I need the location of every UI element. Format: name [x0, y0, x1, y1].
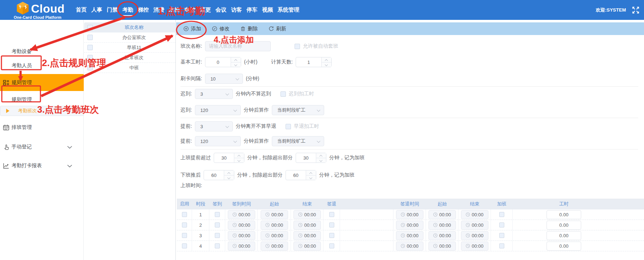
- nav-item-3[interactable]: 门禁: [107, 6, 118, 13]
- stepper-buttons[interactable]: [316, 153, 326, 162]
- late2-result-select[interactable]: 当前时段旷工: [272, 105, 324, 115]
- early2-select[interactable]: 120: [195, 136, 241, 146]
- checkout-checkbox[interactable]: [329, 222, 334, 228]
- time-input[interactable]: 00:00: [293, 210, 321, 219]
- shift-list-row[interactable]: 中班: [84, 63, 175, 73]
- sidebar-item-attendance-devices[interactable]: 考勤设备: [0, 44, 84, 60]
- nav-item-5[interactable]: 梯控: [138, 6, 149, 13]
- overtime-checkbox[interactable]: [499, 233, 504, 238]
- nav-item-12[interactable]: 停车: [247, 6, 257, 13]
- nav-item-2[interactable]: 人事: [91, 6, 102, 13]
- early-deduct-checkbox[interactable]: [286, 124, 291, 129]
- enable-checkbox[interactable]: [182, 212, 187, 217]
- checkin-checkbox[interactable]: [215, 222, 220, 228]
- time-input[interactable]: 00:00: [228, 231, 255, 240]
- ot-after-stepper[interactable]: 60: [204, 170, 234, 180]
- stepper-buttons[interactable]: [306, 170, 316, 180]
- time-input[interactable]: 00:00: [428, 210, 456, 219]
- late1-select[interactable]: 3: [195, 89, 233, 99]
- time-input[interactable]: 00:00: [428, 242, 456, 251]
- time-input[interactable]: 00:00: [261, 242, 288, 251]
- ot-after-stepper2[interactable]: 60: [286, 170, 316, 180]
- refresh-button[interactable]: 刷新: [269, 26, 286, 32]
- sidebar-item-schedule-management[interactable]: 排班管理: [0, 120, 84, 135]
- ot-before-stepper[interactable]: 30: [214, 153, 244, 163]
- late2-select[interactable]: 120: [195, 105, 241, 115]
- checkout-checkbox[interactable]: [329, 233, 334, 238]
- shift-list-row[interactable]: 早班11: [84, 43, 175, 53]
- base-hours-stepper[interactable]: 0: [205, 57, 241, 67]
- time-input[interactable]: 00:00: [261, 221, 288, 230]
- time-input[interactable]: 00:00: [428, 221, 456, 230]
- fullscreen-icon[interactable]: [632, 6, 640, 14]
- time-input[interactable]: 00:00: [461, 221, 488, 230]
- enable-checkbox[interactable]: [182, 222, 187, 228]
- checkin-checkbox[interactable]: [215, 212, 220, 217]
- time-input[interactable]: 00:00: [261, 231, 288, 240]
- stepper-buttons[interactable]: [234, 153, 244, 162]
- time-input[interactable]: 00:00: [228, 242, 255, 251]
- sidebar-item-attendance-shift[interactable]: 考勤班次: [0, 106, 84, 116]
- nav-item-9[interactable]: 巡更: [200, 6, 211, 13]
- time-input[interactable]: 00:00: [461, 231, 488, 240]
- nav-item-11[interactable]: 访客: [231, 6, 242, 13]
- enable-checkbox[interactable]: [182, 243, 187, 248]
- shift-list-row[interactable]: 办公室班次: [84, 32, 175, 43]
- time-input[interactable]: 00:00: [293, 221, 321, 230]
- row-checkbox[interactable]: [87, 65, 93, 70]
- time-input[interactable]: 00:00: [396, 242, 423, 251]
- row-checkbox[interactable]: [87, 55, 93, 60]
- nav-item-8[interactable]: 电控: [184, 6, 195, 13]
- time-input[interactable]: 00:00: [396, 210, 423, 219]
- sidebar-item-manual-registration[interactable]: 手动登记: [0, 139, 84, 155]
- sidebar-item-rule-management-group[interactable]: 规则管理: [0, 74, 84, 91]
- nav-item-10[interactable]: 会议: [216, 6, 226, 13]
- add-button[interactable]: 添加: [183, 26, 201, 32]
- sidebar-item-attendance-personnel[interactable]: 考勤人员: [0, 58, 84, 74]
- time-input[interactable]: 00:00: [396, 231, 423, 240]
- row-checkbox[interactable]: [87, 35, 93, 40]
- early2-result-select[interactable]: 当前时段旷工: [272, 136, 324, 146]
- overtime-checkbox[interactable]: [499, 243, 504, 248]
- nav-item-14[interactable]: 系统管理: [278, 6, 299, 13]
- chevron-down-icon[interactable]: [67, 144, 72, 150]
- edit-button[interactable]: 修改: [212, 26, 230, 32]
- checkout-checkbox[interactable]: [329, 243, 334, 248]
- chevron-down-icon[interactable]: [67, 163, 72, 169]
- late-deduct-checkbox[interactable]: [280, 91, 286, 97]
- overtime-checkbox[interactable]: [499, 212, 504, 217]
- early1-select[interactable]: 3: [195, 121, 233, 131]
- time-input[interactable]: 00:00: [228, 210, 255, 219]
- swipe-interval-select[interactable]: 10: [205, 74, 243, 84]
- select-all-checkbox[interactable]: [87, 25, 93, 30]
- shift-name-input[interactable]: 请输入班次名称: [205, 41, 271, 51]
- stepper-buttons[interactable]: [321, 57, 331, 67]
- time-input[interactable]: 00:00: [428, 231, 456, 240]
- nav-item-4[interactable]: 考勤: [122, 6, 133, 13]
- shift-list-row[interactable]: 正常班次: [84, 53, 175, 63]
- time-input[interactable]: 00:00: [261, 210, 288, 219]
- time-input[interactable]: 00:00: [461, 242, 488, 251]
- overtime-checkbox[interactable]: [499, 222, 504, 228]
- sidebar-item-rule-management[interactable]: 规则管理: [0, 92, 84, 108]
- time-input[interactable]: 00:00: [461, 210, 488, 219]
- sidebar-item-attendance-report[interactable]: 考勤打卡报表: [0, 158, 84, 174]
- nav-item-6[interactable]: 消费: [153, 6, 164, 13]
- checkout-checkbox[interactable]: [329, 212, 334, 217]
- row-checkbox[interactable]: [87, 45, 93, 50]
- checkin-checkbox[interactable]: [215, 243, 220, 248]
- time-input[interactable]: 00:00: [293, 231, 321, 240]
- time-input[interactable]: 00:00: [228, 221, 255, 230]
- ot-before-stepper2[interactable]: 30: [296, 153, 326, 163]
- delete-button[interactable]: 删除: [240, 26, 258, 32]
- time-input[interactable]: 00:00: [293, 242, 321, 251]
- stepper-buttons[interactable]: [224, 170, 234, 180]
- nav-item-13[interactable]: 视频: [262, 6, 273, 13]
- time-input[interactable]: 00:00: [396, 221, 423, 230]
- checkin-checkbox[interactable]: [215, 233, 220, 238]
- nav-item-7[interactable]: 水控: [169, 6, 180, 13]
- allow-auto-checkbox[interactable]: [295, 44, 300, 49]
- nav-item-1[interactable]: 首页: [76, 6, 87, 13]
- calc-days-stepper[interactable]: 1: [296, 57, 332, 67]
- stepper-buttons[interactable]: [231, 57, 241, 67]
